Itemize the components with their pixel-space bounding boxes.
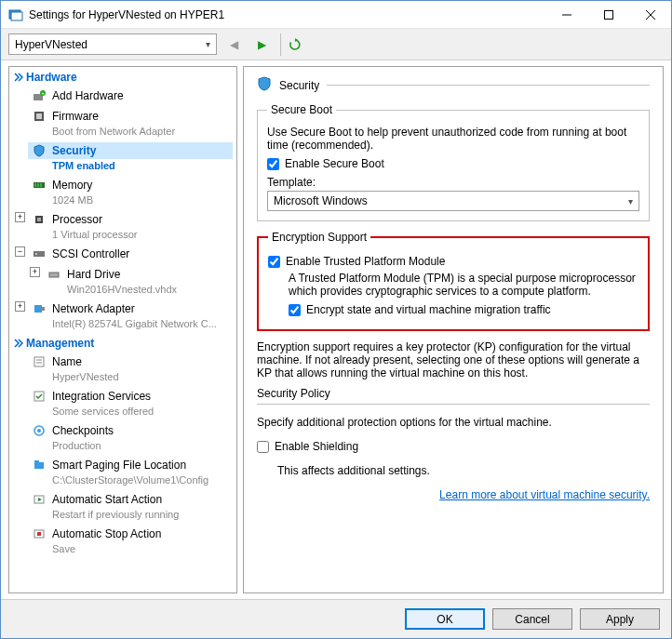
svg-rect-14 [40,183,42,187]
processor-icon [32,212,47,227]
svg-rect-21 [42,307,45,311]
template-select[interactable]: Microsoft Windows ▾ [267,191,639,211]
encryption-support-group: Encryption Support Enable Trusted Platfo… [257,231,650,331]
divider [257,404,650,405]
shield-icon [32,143,47,158]
sidebar-item-add-hardware[interactable]: + Add Hardware [9,86,236,106]
apply-button[interactable]: Apply [580,608,660,630]
encrypt-traffic-label[interactable]: Encrypt state and virtual machine migrat… [306,303,551,316]
management-label: Management [26,337,94,350]
svg-point-18 [35,253,37,255]
encryption-legend: Encryption Support [268,231,370,244]
close-button[interactable] [629,1,671,28]
tpm-desc: A Trusted Platform Module (TPM) is a spe… [268,272,638,298]
collapse-icon [13,338,23,348]
sidebar-item-firmware[interactable]: Firmware Boot from Network Adapter [9,106,236,140]
panel-title: Security [257,76,650,94]
sidebar-item-integration[interactable]: Integration Services Some services offer… [9,386,236,420]
content-panel: Security Secure Boot Use Secure Boot to … [243,66,664,593]
sidebar-item-hard-drive[interactable]: + Hard Drive Win2016HVnested.vhdx [9,264,236,299]
svg-rect-17 [34,251,45,257]
svg-rect-3 [604,10,612,19]
sidebar-item-network-adapter[interactable]: + Network Adapter Intel(R) 82574L Gigabi… [9,299,236,333]
sidebar: Hardware + Add Hardware Firmware Boot fr… [8,66,237,593]
refresh-button[interactable] [280,33,302,56]
nav-forward-button[interactable]: ▶ [250,33,273,56]
learn-more-link[interactable]: Learn more about virtual machine securit… [257,488,650,501]
sidebar-item-auto-start[interactable]: Automatic Start Action Restart if previo… [9,489,236,524]
enable-secure-boot-label[interactable]: Enable Secure Boot [285,157,384,170]
firmware-icon [32,109,47,124]
sidebar-item-processor[interactable]: + Processor 1 Virtual processor [9,209,236,244]
title-divider [327,85,650,86]
shield-icon [257,76,272,94]
svg-rect-29 [34,460,39,462]
enable-tpm-checkbox[interactable] [268,256,280,268]
sidebar-item-name[interactable]: Name HyperVNested [9,352,236,386]
svg-rect-13 [37,183,39,187]
svg-rect-22 [34,357,44,366]
sidebar-item-memory[interactable]: Memory 1024 MB [9,175,236,209]
management-section-header[interactable]: Management [9,333,236,352]
svg-rect-1 [11,12,22,20]
secure-boot-group: Secure Boot Use Secure Boot to help prev… [257,103,650,221]
checkpoints-icon [32,423,47,438]
name-icon [32,354,47,369]
template-label: Template: [267,176,639,189]
body: Hardware + Add Hardware Firmware Boot fr… [1,60,671,599]
secure-boot-desc: Use Secure Boot to help prevent unauthor… [267,126,639,152]
expand-icon[interactable]: + [15,301,25,312]
enable-tpm-label[interactable]: Enable Trusted Platform Module [286,255,445,268]
hardware-section-header[interactable]: Hardware [9,67,236,86]
svg-text:+: + [41,90,45,96]
sidebar-item-checkpoints[interactable]: Checkpoints Production [9,420,236,455]
vm-selector[interactable]: HyperVNested ▾ [8,33,217,55]
encrypt-traffic-checkbox[interactable] [289,304,301,316]
minimize-button[interactable] [545,1,587,28]
sidebar-item-auto-stop[interactable]: Automatic Stop Action Save [9,524,236,558]
app-icon [8,7,23,22]
auto-start-icon [32,492,47,507]
memory-icon [32,178,47,193]
auto-stop-icon [32,526,47,541]
cancel-button[interactable]: Cancel [492,608,572,630]
svg-rect-12 [34,183,36,187]
hardware-label: Hardware [26,71,77,84]
enable-secure-boot-checkbox[interactable] [267,158,279,170]
expand-icon[interactable]: + [15,212,25,222]
settings-window: Settings for HyperVNested on HYPER1 Hype… [0,0,672,639]
svg-rect-32 [37,532,41,536]
network-adapter-icon [32,301,47,316]
panel-title-text: Security [279,79,319,92]
titlebar: Settings for HyperVNested on HYPER1 [1,1,671,29]
collapse-icon [13,72,23,82]
svg-rect-28 [34,462,44,469]
paging-icon [32,458,47,473]
chevron-down-icon: ▾ [206,39,210,49]
template-value: Microsoft Windows [274,194,368,207]
expand-icon[interactable]: + [30,267,40,277]
ok-button[interactable]: OK [405,608,485,630]
svg-point-27 [37,429,41,433]
collapse-icon[interactable]: − [15,246,25,257]
sidebar-item-security[interactable]: Security TPM enabled [9,140,236,175]
policy-desc: Specify additional protection options fo… [257,416,650,429]
add-hardware-icon: + [32,88,47,103]
enable-shielding-checkbox[interactable] [257,441,269,453]
nav-back-button[interactable]: ◀ [222,33,245,56]
svg-rect-19 [49,273,59,277]
sidebar-item-scsi[interactable]: − SCSI Controller [9,244,236,264]
integration-icon [32,389,47,404]
sidebar-item-paging[interactable]: Smart Paging File Location C:\ClusterSto… [9,455,236,489]
security-policy-heading: Security Policy [257,387,650,400]
enable-shielding-label[interactable]: Enable Shielding [275,440,358,453]
footer: OK Cancel Apply [1,599,671,638]
chevron-down-icon: ▾ [628,196,633,206]
svg-rect-20 [34,305,42,313]
toolbar: HyperVNested ▾ ◀ ▶ [1,29,671,60]
maximize-button[interactable] [587,1,629,28]
svg-rect-10 [36,113,42,119]
shielding-note: This affects additional settings. [257,464,650,477]
secure-boot-legend: Secure Boot [267,103,336,116]
svg-rect-16 [37,218,41,221]
